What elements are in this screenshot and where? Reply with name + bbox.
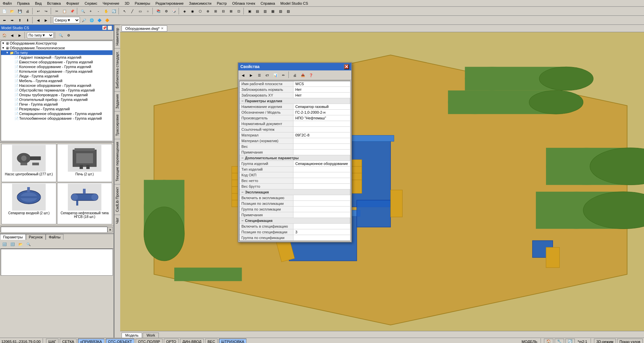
tb-extra1[interactable]: ◈ <box>181 7 188 15</box>
tb2-6[interactable]: ▶ <box>42 16 50 24</box>
tree-item-0[interactable]: ▼ 🖥 Оборудование.Конструктор <box>1 41 112 46</box>
tb-ms3[interactable]: ▥ <box>261 7 269 15</box>
status-din[interactable]: ДИН-ВВОД <box>180 339 204 343</box>
status-weight[interactable]: ВЕС <box>205 339 218 343</box>
thumb-furnace[interactable]: Печь (2 шт.) <box>57 144 112 182</box>
canvas-tab-drawing[interactable]: Оборудование.dwg* ✕ <box>122 25 167 32</box>
menu-dimensions[interactable]: Размеры <box>133 1 151 6</box>
tb-ms2[interactable]: ▤ <box>254 7 261 15</box>
props-tb-group[interactable]: 📂 <box>17 240 24 248</box>
tree-item-9[interactable]: 📄 Насосное оборудование - Группа изделий <box>1 83 112 88</box>
tree-item-2[interactable]: ▼ 📁 По типу <box>1 50 112 55</box>
tree-item-13[interactable]: 📄 Печи - Группа изделий <box>1 102 112 107</box>
panel-pin-btn[interactable]: 📌 <box>102 25 107 30</box>
tb-orbit[interactable]: 🔄 <box>110 7 118 15</box>
tb-select[interactable]: ↖ <box>121 7 128 15</box>
tb-extra3[interactable]: ⬡ <box>196 7 204 15</box>
tb-ms1[interactable]: ▣ <box>246 7 253 15</box>
search-clear-btn[interactable]: ✕ <box>107 227 113 232</box>
right-tab-movements[interactable]: Текущие перемещения <box>114 139 120 184</box>
view-dropdown[interactable]: Сверху▼ <box>53 17 80 23</box>
tb2-7[interactable]: 🔎 <box>80 16 88 24</box>
menu-raster[interactable]: Растр <box>216 1 228 6</box>
tb-extra7[interactable]: ⊠ <box>227 7 235 15</box>
tb-extra4[interactable]: ⊕ <box>204 7 212 15</box>
dlg-tb-chart[interactable]: 📊 <box>272 71 279 79</box>
thumb-pump[interactable]: Насос центробежный (277 шт.) <box>1 144 56 182</box>
tb-ms6[interactable]: ▨ <box>284 7 292 15</box>
right-tab-cadlib[interactable]: CadLib Проект <box>114 184 120 215</box>
panel-tb-home[interactable]: 🏠 <box>1 32 8 39</box>
canvas-tab-close[interactable]: ✕ <box>161 26 164 30</box>
tb2-1[interactable]: ⬅ <box>1 16 8 24</box>
status-3d-mode[interactable]: 3D-режим <box>594 339 616 343</box>
canvas-viewport[interactable]: Свойства ✕ ◀ ▶ ☰ 🏷 📊 ✏ 🖨 📤 ❓ <box>120 32 644 331</box>
tree-item-6[interactable]: 📄 Котельное оборудование - Группа издели… <box>1 69 112 74</box>
status-icon3[interactable]: 🔄 <box>565 339 575 343</box>
tb-redo[interactable]: ↪ <box>42 7 50 15</box>
tree-item-14[interactable]: 📄 Резервуары - Группа изделий <box>1 107 112 111</box>
tb-new[interactable]: 📄 <box>1 7 8 15</box>
menu-draw[interactable]: Черчение <box>101 1 121 6</box>
tb-line[interactable]: ╱ <box>129 7 136 15</box>
menu-editing[interactable]: Редактирование <box>154 1 185 6</box>
tree-item-7[interactable]: 📄 Люди - Группа изделий <box>1 74 112 78</box>
status-ots-obj[interactable]: ОТС-ОБЪЕКТ <box>106 339 134 343</box>
status-icon2[interactable]: 🔧 <box>555 339 564 343</box>
tree-item-16[interactable]: 📄 Теплообменное оборудование - Группа из… <box>1 116 112 121</box>
status-hatch[interactable]: ШТРИХОВКА <box>219 339 247 343</box>
tb-extra6[interactable]: ⊟ <box>220 7 227 15</box>
panel-close-btn[interactable]: ✕ <box>107 25 112 30</box>
right-tab-navigator[interactable]: Навигатор <box>114 25 120 48</box>
dlg-tb-print[interactable]: 🖨 <box>291 71 298 79</box>
thumb-separator2[interactable]: Сепаратор нефтегазовый типа НГСВ (18 шт.… <box>57 183 112 225</box>
tb-undo[interactable]: ↩ <box>35 7 42 15</box>
props-tab-params[interactable]: Параметры <box>0 234 26 240</box>
dlg-tb-back[interactable]: ◀ <box>239 71 247 79</box>
tb2-3[interactable]: ⬆ <box>16 16 24 24</box>
tree-item-15[interactable]: 📄 Сепарационное оборудование - Группа из… <box>1 111 112 116</box>
tb-save[interactable]: 💾 <box>16 7 24 15</box>
tb-extra5[interactable]: ⊞ <box>212 7 219 15</box>
tb2-10[interactable]: 🔶 <box>103 16 111 24</box>
menu-service[interactable]: Сервис <box>83 1 99 6</box>
status-ots-polar[interactable]: ОТС-ПОЛЯР <box>136 339 163 343</box>
status-grid[interactable]: СЕТКА <box>60 339 77 343</box>
tree-view[interactable]: ▼ 🖥 Оборудование.Конструктор ▼ 🖥 Оборудо… <box>1 41 113 141</box>
props-scroll[interactable]: Имя рабочей плоскости WCS Заблокировать … <box>239 81 351 241</box>
panel-tb-filter[interactable]: 🔍 <box>57 32 64 39</box>
tb-paste[interactable]: 📌 <box>68 7 76 15</box>
panel-filter-dropdown[interactable]: По типу▼ <box>27 32 54 38</box>
tree-item-3[interactable]: 📄 Гидрант пожарный - Группа изделий <box>1 55 112 60</box>
props-tb-sort-num[interactable]: 🔢 <box>9 240 16 248</box>
tb-copy[interactable]: 📋 <box>61 7 68 15</box>
tb-layer[interactable]: 📚 <box>155 7 162 15</box>
tb-extra2[interactable]: ◉ <box>189 7 196 15</box>
menu-view[interactable]: Вид <box>34 1 43 6</box>
status-icon1[interactable]: 🏠 <box>544 339 553 343</box>
dlg-tb-forward[interactable]: ▶ <box>247 71 255 79</box>
tb-pan[interactable]: ✋ <box>102 7 110 15</box>
tb-ms4[interactable]: ▦ <box>269 7 276 15</box>
tree-item-4[interactable]: 📄 Емкостное оборудование - Группа издели… <box>1 60 112 64</box>
tb2-2[interactable]: ➡ <box>8 16 16 24</box>
tb-zoom-out[interactable]: - <box>95 7 102 15</box>
dialog-titlebar[interactable]: Свойства ✕ <box>238 63 351 70</box>
dlg-tb-tag[interactable]: 🏷 <box>264 71 271 79</box>
tree-item-10[interactable]: 📄 Обустройство терминалов - Группа издел… <box>1 88 112 93</box>
dlg-tb-help[interactable]: ❓ <box>307 71 315 79</box>
dlg-tb-list[interactable]: ☰ <box>256 71 263 79</box>
panel-tb-settings[interactable]: ⚙ <box>65 32 72 39</box>
menu-clouds[interactable]: Облака точек <box>231 1 257 6</box>
dlg-tb-export[interactable]: 📤 <box>299 71 307 79</box>
tb-open[interactable]: 📂 <box>8 7 16 15</box>
tb-circle[interactable]: ○ <box>144 7 151 15</box>
tree-item-12[interactable]: 📄 Отопительный прибор - Группа изделий <box>1 97 112 102</box>
props-tb-sort-az[interactable]: 🔡 <box>1 240 8 248</box>
canvas-tab-model[interactable]: Модель <box>122 333 142 338</box>
menu-modelstudio[interactable]: Model Studio CS <box>279 1 310 6</box>
tree-item-5[interactable]: 📄 Колонное оборудование - Группа изделий <box>1 64 112 69</box>
props-tab-picture[interactable]: Рисунок <box>26 234 46 240</box>
status-ortho[interactable]: ОРТО <box>164 339 179 343</box>
menu-insert[interactable]: Вставка <box>46 1 62 6</box>
